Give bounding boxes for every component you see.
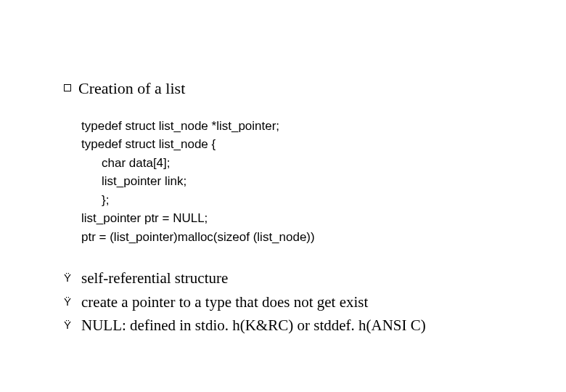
y-diaeresis-bullet-icon: Ÿ [64,293,74,310]
code-line: list_pointer ptr = NULL; [81,209,537,228]
heading-text: Creation of a list [78,78,185,99]
code-line: char data[4]; [102,154,537,173]
note-text: create a pointer to a type that does not… [81,290,368,314]
note-item: Ÿ NULL: defined in stdio. h(K&RC) or std… [64,314,537,338]
code-block: typedef struct list_node *list_pointer; … [81,117,537,247]
code-line: ptr = (list_pointer)malloc(sizeof (list_… [81,228,537,247]
slide-content: Creation of a list typedef struct list_n… [64,78,537,338]
notes-list: Ÿ self-referential structure Ÿ create a … [64,266,537,338]
code-line: typedef struct list_node { [81,135,537,154]
note-item: Ÿ self-referential structure [64,266,537,290]
note-text: self-referential structure [81,266,228,290]
code-line: }; [102,191,537,210]
heading-row: Creation of a list [64,78,537,99]
note-item: Ÿ create a pointer to a type that does n… [64,290,537,314]
note-text: NULL: defined in stdio. h(K&RC) or stdde… [81,314,426,338]
code-line: typedef struct list_node *list_pointer; [81,117,537,136]
y-diaeresis-bullet-icon: Ÿ [64,269,74,286]
y-diaeresis-bullet-icon: Ÿ [64,317,74,333]
code-line: list_pointer link; [102,172,537,191]
square-bullet-icon [64,84,71,91]
